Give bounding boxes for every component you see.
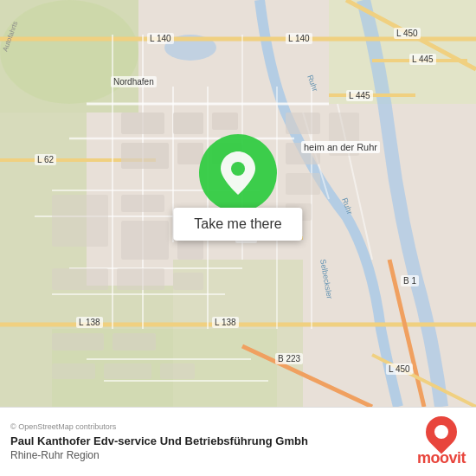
svg-rect-46 [52, 268, 108, 290]
road-label-b1: B 1 [401, 275, 419, 286]
road-label-heim: heim an der Ruhr [301, 141, 380, 153]
svg-rect-56 [52, 363, 95, 379]
road-label-b223: B 223 [275, 353, 303, 364]
svg-rect-54 [52, 333, 104, 351]
info-bar: © OpenStreetMap contributors Paul Kantho… [0, 407, 476, 476]
road-label-l445-top: L 445 [409, 54, 436, 65]
svg-point-4 [0, 0, 138, 104]
svg-rect-48 [173, 273, 203, 290]
svg-rect-42 [121, 195, 164, 212]
svg-rect-39 [121, 143, 169, 169]
region-name: Rhine-Ruhr Region [10, 449, 408, 461]
road-label-l445-mid: L 445 [346, 90, 373, 101]
road-label-l138-right: L 138 [212, 317, 239, 328]
svg-rect-57 [104, 363, 151, 379]
road-label-nordhafen: Nordhafen [111, 76, 157, 87]
svg-rect-52 [286, 173, 320, 195]
road-label-l450-bottom: L 450 [386, 363, 413, 375]
svg-rect-55 [113, 333, 156, 351]
info-left: © OpenStreetMap contributors Paul Kantho… [10, 422, 408, 461]
svg-rect-37 [173, 113, 203, 134]
moovit-logo: moovit [417, 416, 466, 467]
svg-rect-36 [121, 113, 164, 134]
svg-rect-58 [160, 363, 195, 379]
svg-rect-45 [52, 195, 108, 247]
moovit-pin-icon [420, 410, 464, 454]
road-label-l450-top: L 450 [394, 28, 421, 39]
svg-rect-47 [117, 268, 164, 290]
svg-rect-5 [329, 0, 476, 104]
svg-rect-38 [212, 113, 238, 130]
road-label-l140-left: L 140 [147, 33, 174, 44]
svg-point-63 [231, 162, 245, 176]
road-label-l62-left: L 62 [35, 154, 56, 165]
road-label-l140-right: L 140 [286, 33, 312, 44]
take-me-there-button[interactable]: Take me there [173, 208, 302, 241]
svg-rect-49 [286, 113, 320, 134]
road-label-l138-left: L 138 [76, 317, 103, 328]
svg-rect-43 [121, 221, 169, 260]
attribution: © OpenStreetMap contributors [10, 422, 408, 431]
place-name: Paul Kanthofer Edv-service Und Betriebsf… [10, 434, 408, 449]
map-pin [199, 134, 277, 212]
map-container: Ruhr Ruhr Selbecksler Autofahrts L 140 L… [0, 0, 476, 407]
